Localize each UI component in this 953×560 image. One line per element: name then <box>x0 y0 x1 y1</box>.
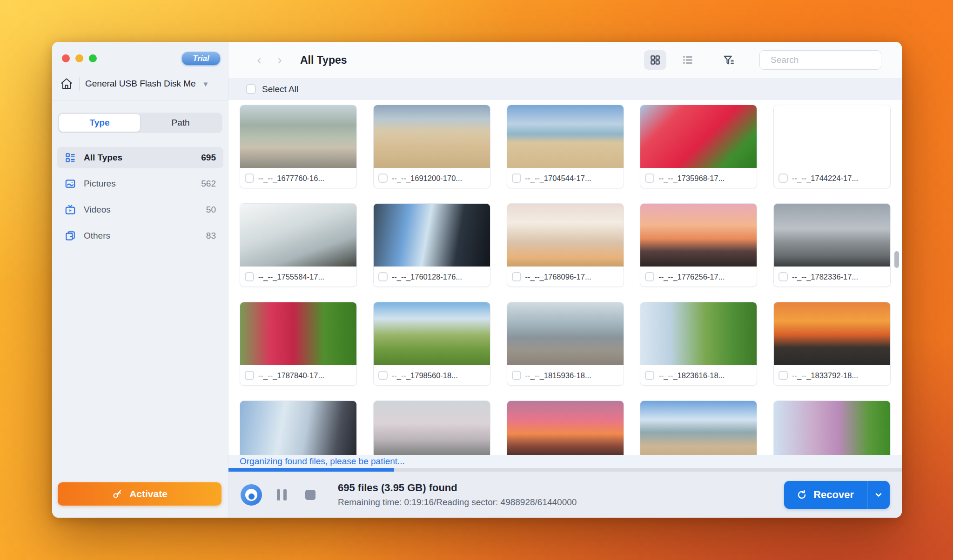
file-card[interactable]: --_--_1768096-17... <box>507 203 624 287</box>
file-name: --_--_1815936-18... <box>525 371 591 380</box>
grid-list-icon <box>64 152 76 164</box>
grid-view-icon <box>649 54 661 66</box>
file-thumbnail <box>507 105 624 168</box>
stop-button[interactable] <box>305 490 315 500</box>
list-view-button[interactable] <box>677 50 699 70</box>
scanning-spinner-icon <box>241 484 262 506</box>
zoom-window-button[interactable] <box>89 54 97 62</box>
others-icon <box>64 230 76 242</box>
search-box[interactable] <box>759 50 881 70</box>
file-card[interactable]: --_--_1782336-17... <box>773 203 891 287</box>
file-checkbox[interactable] <box>512 173 521 183</box>
activate-button[interactable]: Activate <box>58 482 221 506</box>
file-checkbox[interactable] <box>779 173 788 183</box>
file-checkbox[interactable] <box>779 272 788 281</box>
pause-button[interactable] <box>277 489 287 500</box>
file-caption: --_--_1823616-18... <box>640 365 757 386</box>
file-thumbnail <box>374 302 490 365</box>
file-name: --_--_1768096-17... <box>525 273 591 281</box>
file-card[interactable] <box>240 400 357 455</box>
file-caption: --_--_1776256-17... <box>640 267 757 287</box>
recover-button[interactable]: Recover <box>784 481 867 509</box>
progress-fill <box>228 468 394 472</box>
file-name: --_--_1755584-17... <box>258 273 324 281</box>
file-card[interactable] <box>773 400 891 455</box>
file-name: --_--_1760128-176... <box>392 273 462 281</box>
file-checkbox[interactable] <box>645 173 654 183</box>
file-checkbox[interactable] <box>645 272 654 281</box>
file-checkbox[interactable] <box>245 173 254 183</box>
file-caption: --_--_1798560-18... <box>374 365 490 386</box>
file-card[interactable]: --_--_1704544-17... <box>507 105 624 188</box>
sidebar-item-others[interactable]: Others 83 <box>57 225 223 247</box>
file-card[interactable]: --_--_1823616-18... <box>640 302 757 386</box>
file-thumbnail <box>640 204 757 267</box>
file-card[interactable] <box>507 400 624 455</box>
file-card[interactable]: --_--_1677760-16... <box>240 105 357 188</box>
file-name: --_--_1744224-17... <box>792 174 858 183</box>
file-card[interactable]: --_--_1776256-17... <box>640 203 757 287</box>
file-checkbox[interactable] <box>512 272 521 281</box>
forward-button[interactable]: › <box>269 53 290 67</box>
file-thumbnail <box>640 302 757 365</box>
search-input[interactable] <box>770 54 886 66</box>
chevron-down-icon[interactable]: ▼ <box>202 80 209 88</box>
file-checkbox[interactable] <box>779 371 788 380</box>
file-card[interactable]: --_--_1815936-18... <box>507 302 624 386</box>
scrollbar-thumb[interactable] <box>894 251 899 268</box>
file-checkbox[interactable] <box>245 272 254 281</box>
file-thumbnail <box>774 302 890 365</box>
file-name: --_--_1691200-170... <box>392 174 462 183</box>
sidebar-item-pictures[interactable]: Pictures 562 <box>57 173 223 194</box>
select-all-label: Select All <box>262 84 298 94</box>
select-all-checkbox[interactable] <box>246 84 256 94</box>
file-checkbox[interactable] <box>378 272 388 281</box>
trial-badge: Trial <box>181 52 221 66</box>
grid-view-button[interactable] <box>644 50 666 70</box>
filter-button[interactable] <box>718 50 740 70</box>
file-card[interactable]: --_--_1798560-18... <box>373 302 490 386</box>
file-caption: --_--_1760128-176... <box>374 267 490 287</box>
activate-label: Activate <box>129 488 168 500</box>
file-checkbox[interactable] <box>645 371 654 380</box>
sidebar-item-label: All Types <box>84 153 194 163</box>
file-card[interactable] <box>640 400 757 455</box>
sidebar-item-label: Pictures <box>84 179 194 189</box>
select-all-bar: Select All <box>228 78 902 100</box>
filter-icon <box>722 53 735 67</box>
device-selector[interactable]: General USB Flash Disk Me ▼ <box>60 73 222 95</box>
file-card[interactable]: --_--_1755584-17... <box>240 203 357 287</box>
sidebar-item-videos[interactable]: Videos 50 <box>57 199 223 220</box>
tab-path[interactable]: Path <box>140 114 221 132</box>
file-caption: --_--_1833792-18... <box>774 365 890 386</box>
file-card[interactable] <box>373 400 490 455</box>
file-card[interactable]: --_--_1744224-17... <box>773 105 891 188</box>
sidebar-item-count: 83 <box>206 231 216 241</box>
close-window-button[interactable] <box>62 54 70 62</box>
divider <box>52 100 228 101</box>
recover-label: Recover <box>813 489 854 501</box>
file-checkbox[interactable] <box>512 371 521 380</box>
file-card[interactable]: --_--_1787840-17... <box>240 302 357 386</box>
recover-split-button: Recover <box>784 481 890 509</box>
file-checkbox[interactable] <box>378 371 388 380</box>
file-name: --_--_1776256-17... <box>658 273 725 281</box>
back-button[interactable]: ‹ <box>249 53 269 67</box>
file-card[interactable]: --_--_1760128-176... <box>373 203 490 287</box>
file-grid: --_--_1677760-16...--_--_1691200-170...-… <box>228 100 902 455</box>
file-card[interactable]: --_--_1833792-18... <box>773 302 891 386</box>
file-thumbnail <box>240 105 356 168</box>
file-name: --_--_1787840-17... <box>258 371 324 380</box>
sidebar-item-all-types[interactable]: All Types 695 <box>57 147 223 168</box>
chevron-down-icon <box>874 490 883 500</box>
home-icon[interactable] <box>60 77 74 91</box>
file-card[interactable]: --_--_1691200-170... <box>373 105 490 188</box>
scan-detail-text: Remaining time: 0:19:16/Reading sector: … <box>338 497 577 507</box>
file-caption: --_--_1768096-17... <box>507 267 624 287</box>
recover-dropdown-button[interactable] <box>867 481 890 509</box>
file-checkbox[interactable] <box>378 173 388 183</box>
tab-type[interactable]: Type <box>59 114 140 132</box>
minimize-window-button[interactable] <box>75 54 83 62</box>
file-card[interactable]: --_--_1735968-17... <box>640 105 757 188</box>
file-checkbox[interactable] <box>245 371 254 380</box>
